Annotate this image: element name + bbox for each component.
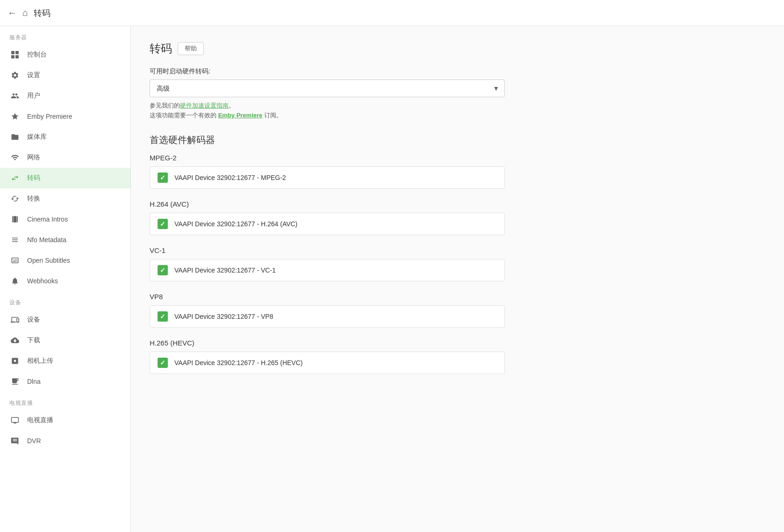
- transcode-icon: [9, 173, 21, 184]
- star-icon: [9, 111, 21, 122]
- codec-option-mpeg2[interactable]: VAAPI Device 32902:12677 - MPEG-2: [150, 166, 505, 189]
- codec-label-h265: H.265 (HEVC): [150, 339, 765, 347]
- hw-decoder-title: 首选硬件解码器: [150, 134, 765, 146]
- codec-option-label-vc1: VAAPI Device 32902:12677 - VC-1: [174, 266, 276, 274]
- sidebar-item-nfo-metadata[interactable]: Nfo Metadata: [0, 230, 130, 250]
- sidebar-section-device: 设备: [0, 291, 130, 309]
- sidebar-label-emby-premiere: Emby Premiere: [27, 113, 72, 120]
- grid-icon: [9, 49, 21, 60]
- codec-label-vp8: VP8: [150, 293, 765, 301]
- codec-label-vc1: VC-1: [150, 246, 765, 254]
- gear-icon: [9, 70, 21, 81]
- codec-section-h264: H.264 (AVC) VAAPI Device 32902:12677 - H…: [150, 200, 765, 235]
- hardware-guide-link[interactable]: 硬件加速设置指南: [180, 102, 229, 109]
- nfo-icon: [9, 234, 21, 245]
- dlna-icon: [9, 376, 21, 387]
- help-button[interactable]: 帮助: [178, 42, 204, 55]
- codec-label-h264: H.264 (AVC): [150, 200, 765, 208]
- codec-option-label-mpeg2: VAAPI Device 32902:12677 - MPEG-2: [174, 174, 286, 181]
- hardware-select[interactable]: 禁用 高级 基础 自动: [150, 79, 505, 97]
- checkbox-mpeg2[interactable]: [158, 173, 168, 183]
- sidebar-label-transcode: 转码: [27, 174, 40, 182]
- sidebar-label-download: 下载: [27, 336, 40, 345]
- subtitle-icon: [9, 255, 21, 266]
- codec-option-vp8[interactable]: VAAPI Device 32902:12677 - VP8: [150, 305, 505, 328]
- svg-rect-1: [15, 51, 19, 54]
- sidebar-label-settings: 设置: [27, 71, 40, 79]
- hardware-select-wrapper: 禁用 高级 基础 自动 ▼: [150, 79, 505, 97]
- topbar: ← ⌂ 转码: [0, 0, 784, 26]
- main-content: 转码 帮助 可用时启动硬件转码: 禁用 高级 基础 自动 ▼ 参见我们的硬件加速…: [131, 26, 784, 532]
- wifi-icon: [9, 152, 21, 163]
- codec-option-label-vp8: VAAPI Device 32902:12677 - VP8: [174, 313, 273, 320]
- info-line1-prefix: 参见我们的: [150, 102, 180, 109]
- sidebar-label-convert: 转换: [27, 194, 40, 203]
- sidebar-item-dlna[interactable]: Dlna: [0, 371, 130, 392]
- checkbox-h264[interactable]: [158, 219, 168, 229]
- sidebar-section-server: 服务器: [0, 26, 130, 44]
- sidebar-label-network: 网络: [27, 153, 40, 162]
- dvr-icon: [9, 435, 21, 446]
- sidebar-label-dlna: Dlna: [27, 378, 41, 385]
- checkbox-vc1[interactable]: [158, 265, 168, 275]
- camera-icon: [9, 355, 21, 367]
- layout: 服务器 控制台 设置: [0, 26, 784, 532]
- convert-icon: [9, 193, 21, 204]
- codec-section-mpeg2: MPEG-2 VAAPI Device 32902:12677 - MPEG-2: [150, 154, 765, 189]
- sidebar-item-devices[interactable]: 设备: [0, 309, 130, 330]
- codec-label-mpeg2: MPEG-2: [150, 154, 765, 162]
- home-button[interactable]: ⌂: [22, 7, 28, 18]
- svg-rect-0: [11, 51, 14, 54]
- checkbox-h265[interactable]: [158, 358, 168, 368]
- codec-option-h264[interactable]: VAAPI Device 32902:12677 - H.264 (AVC): [150, 213, 505, 235]
- person-icon: [9, 90, 21, 101]
- svg-rect-3: [15, 55, 19, 58]
- codec-option-label-h264: VAAPI Device 32902:12677 - H.264 (AVC): [174, 220, 297, 228]
- sidebar-item-webhooks[interactable]: Webhooks: [0, 271, 130, 291]
- sidebar-item-camera-upload[interactable]: 相机上传: [0, 351, 130, 371]
- sidebar-item-library[interactable]: 媒体库: [0, 127, 130, 147]
- svg-rect-2: [11, 55, 14, 58]
- sidebar-item-settings[interactable]: 设置: [0, 65, 130, 86]
- emby-premiere-link[interactable]: Emby Premiere: [218, 112, 263, 119]
- sidebar-item-live-tv[interactable]: 电视直播: [0, 410, 130, 431]
- hardware-label: 可用时启动硬件转码:: [150, 67, 765, 76]
- sidebar-item-cinema-intros[interactable]: Cinema Intros: [0, 209, 130, 230]
- sidebar-item-open-subtitles[interactable]: Open Subtitles: [0, 250, 130, 271]
- info-line2-suffix: 订阅。: [264, 112, 282, 119]
- codec-option-h265[interactable]: VAAPI Device 32902:12677 - H.265 (HEVC): [150, 352, 505, 374]
- sidebar-section-tv: 电视直播: [0, 392, 130, 410]
- sidebar-label-dashboard: 控制台: [27, 50, 47, 59]
- bell-icon: [9, 275, 21, 287]
- codec-section-vc1: VC-1 VAAPI Device 32902:12677 - VC-1: [150, 246, 765, 281]
- sidebar: 服务器 控制台 设置: [0, 26, 131, 532]
- codec-section-h265: H.265 (HEVC) VAAPI Device 32902:12677 - …: [150, 339, 765, 374]
- page-title: 转码: [150, 41, 172, 56]
- sidebar-label-live-tv: 电视直播: [27, 416, 53, 424]
- sidebar-item-users[interactable]: 用户: [0, 86, 130, 106]
- codec-option-vc1[interactable]: VAAPI Device 32902:12677 - VC-1: [150, 259, 505, 281]
- sidebar-item-download[interactable]: 下载: [0, 330, 130, 351]
- sidebar-item-emby-premiere[interactable]: Emby Premiere: [0, 106, 130, 127]
- sidebar-item-network[interactable]: 网络: [0, 147, 130, 168]
- hardware-transcode-section: 可用时启动硬件转码: 禁用 高级 基础 自动 ▼ 参见我们的硬件加速设置指南。 …: [150, 67, 765, 121]
- codec-section-vp8: VP8 VAAPI Device 32902:12677 - VP8: [150, 293, 765, 328]
- sidebar-item-transcode[interactable]: 转码: [0, 168, 130, 188]
- sidebar-label-webhooks: Webhooks: [27, 277, 58, 285]
- sidebar-label-camera-upload: 相机上传: [27, 357, 53, 365]
- sidebar-item-dvr[interactable]: DVR: [0, 431, 130, 451]
- sidebar-item-convert[interactable]: 转换: [0, 188, 130, 209]
- sidebar-label-cinema-intros: Cinema Intros: [27, 216, 68, 223]
- info-line2-prefix: 这项功能需要一个有效的: [150, 112, 216, 119]
- sidebar-label-nfo-metadata: Nfo Metadata: [27, 236, 66, 244]
- sidebar-label-library: 媒体库: [27, 133, 47, 141]
- cinema-icon: [9, 214, 21, 225]
- folder-icon: [9, 131, 21, 143]
- back-button[interactable]: ←: [7, 7, 17, 18]
- hardware-info-text: 参见我们的硬件加速设置指南。 这项功能需要一个有效的 Emby Premiere…: [150, 101, 765, 121]
- checkbox-vp8[interactable]: [158, 311, 168, 322]
- tv-icon: [9, 415, 21, 426]
- sidebar-label-open-subtitles: Open Subtitles: [27, 257, 70, 264]
- page-header: 转码 帮助: [150, 41, 765, 56]
- sidebar-item-dashboard[interactable]: 控制台: [0, 44, 130, 65]
